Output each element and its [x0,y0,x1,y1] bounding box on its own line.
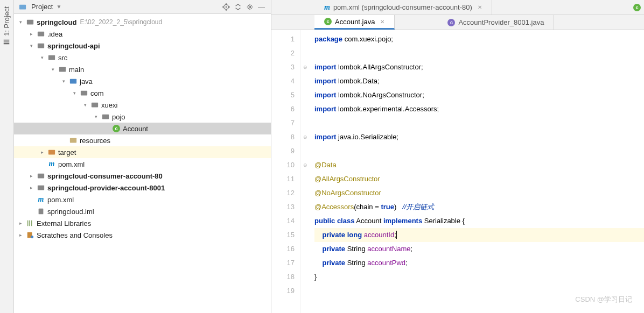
tree-item-com[interactable]: ▾ com [14,87,271,99]
tree-item-target[interactable]: ▸ target [14,146,271,158]
svg-rect-12 [81,91,87,96]
tree-item-pojo[interactable]: ▾ pojo [14,111,271,123]
locate-icon[interactable] [222,3,230,11]
tree-label: springcloud.iml [47,208,94,216]
tree-label: com [90,89,104,97]
chevron-down-icon[interactable]: ▾ [60,79,67,84]
chevron-right-icon[interactable]: ▸ [28,173,34,179]
chevron-right-icon[interactable]: ▸ [17,220,24,226]
module-icon [37,41,45,50]
line-number: 11 [271,172,295,186]
tree-item-consumer[interactable]: ▸ springcloud-consumer-account-80 [14,170,271,182]
svg-rect-0 [4,43,10,45]
line-number: 1 [271,32,295,46]
tree-item-api-pom[interactable]: m pom.xml [14,158,271,170]
tree-item-iml[interactable]: springcloud.iml [14,205,271,217]
java-class-icon: c [447,19,455,26]
tree-item-main[interactable]: ▾ main [14,63,271,75]
chevron-down-icon[interactable]: ▾ [82,102,88,108]
chevron-down-icon[interactable]: ▾ [28,43,34,48]
chevron-right-icon[interactable]: ▸ [17,232,24,238]
svg-rect-6 [27,20,33,25]
svg-rect-10 [59,67,66,72]
chevron-right-icon[interactable]: ▸ [28,185,34,190]
tree-label: springcloud-provider-account-8001 [47,184,165,192]
maven-icon: m [324,3,330,12]
tree-item-root-pom[interactable]: m pom.xml [14,194,271,205]
project-tool-button[interactable]: 1: Project [3,6,11,46]
chevron-right-icon[interactable]: ▸ [39,150,45,155]
tab-account-java[interactable]: c Account.java ✕ [314,15,395,30]
chevron-down-icon[interactable]: ▾ [39,55,45,60]
tree-label: resources [80,137,110,145]
folder-icon [58,65,67,74]
resources-folder-icon [69,136,78,145]
expand-all-icon[interactable] [234,3,242,11]
chevron-down-icon[interactable]: ▾ [71,90,78,96]
line-number: 8 [271,130,295,144]
tree-root-label: springcloud [37,18,76,26]
line-number: 13 [271,200,295,214]
chevron-down-icon[interactable]: ▾ [93,114,99,119]
libraries-icon [26,219,34,227]
svg-rect-8 [38,44,44,48]
tree-label: External Libraries [37,219,91,227]
java-class-icon[interactable]: c [633,4,641,11]
watermark: CSDN @学习日记 [575,295,632,304]
code-content[interactable]: package com.xuexi.pojo; import lombok.Al… [310,30,644,313]
chevron-down-icon[interactable]: ▾ [17,19,24,25]
maven-icon: m [47,160,56,168]
tree-label: pom.xml [47,196,74,204]
project-view-title[interactable]: Project [31,3,53,11]
close-icon[interactable]: ✕ [380,19,384,25]
hide-icon[interactable]: — [258,3,265,11]
chevron-down-icon[interactable]: ▾ [50,67,56,72]
code-editor[interactable]: 1 2 3 4 5 6 7 8 9 10 11 12 13 14 15 16 1… [271,30,644,313]
svg-rect-2 [19,4,26,9]
tree-item-scratches[interactable]: ▸ Scratches and Consoles [14,229,271,241]
tab-label: Account.java [335,18,375,26]
line-number: 18 [271,270,295,284]
tree-label: target [58,148,76,156]
fold-icon[interactable]: ⊖ [300,130,310,144]
svg-point-5 [249,6,251,8]
line-number: 17 [271,256,295,270]
tree-label: xuexi [101,101,117,109]
tab-account-provider[interactable]: c AccountProvider_8001.java [438,15,554,30]
line-number: 19 [271,284,295,298]
tree-item-ext-libs[interactable]: ▸ External Libraries [14,217,271,229]
svg-rect-7 [38,32,44,37]
project-tree[interactable]: ▾ springcloud E:\02_2022_2_5\springcloud… [14,14,271,313]
tree-item-api[interactable]: ▾ springcloud-api [14,40,271,52]
tree-item-account-class[interactable]: c Account [14,123,271,134]
tree-label: Account [123,125,148,133]
tree-root[interactable]: ▾ springcloud E:\02_2022_2_5\springcloud [14,16,271,28]
editor-area: m pom.xml (springcloud-consumer-account-… [271,0,644,313]
close-icon[interactable]: ✕ [478,4,482,10]
tree-item-provider[interactable]: ▸ springcloud-provider-account-8001 [14,182,271,194]
fold-icon[interactable]: ⊖ [300,60,310,74]
settings-gear-icon[interactable] [246,3,254,11]
tree-item-xuexi[interactable]: ▾ xuexi [14,99,271,111]
chevron-down-icon[interactable]: ▼ [56,4,61,10]
line-number: 5 [271,88,295,102]
line-number: 14 [271,214,295,228]
maven-icon: m [37,195,45,204]
tab-pom-consumer[interactable]: m pom.xml (springcloud-consumer-account-… [314,0,492,15]
svg-rect-9 [48,55,55,60]
source-folder-icon [69,77,78,86]
svg-rect-16 [48,150,55,155]
tree-item-idea[interactable]: ▸ .idea [14,28,271,40]
line-number: 16 [271,242,295,256]
line-number: 12 [271,186,295,200]
project-tool-label: 1: Project [3,6,11,36]
tree-item-resources[interactable]: resources [14,134,271,146]
tree-item-java[interactable]: ▾ java [14,75,271,87]
fold-icon[interactable]: ⊖ [300,158,310,172]
tree-item-src[interactable]: ▾ src [14,52,271,63]
line-number: 15 [271,228,295,242]
module-icon [37,183,45,192]
svg-rect-14 [102,115,109,119]
java-class-icon: c [324,18,332,25]
chevron-right-icon[interactable]: ▸ [28,31,34,37]
